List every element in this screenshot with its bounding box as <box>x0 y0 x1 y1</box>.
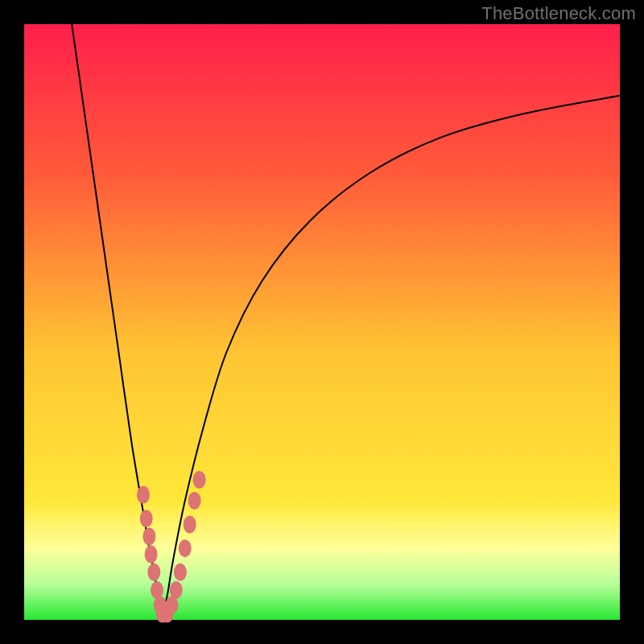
bead-marker <box>147 564 160 581</box>
curve-right-branch <box>161 96 620 620</box>
bead-marker <box>193 471 206 489</box>
plot-area <box>24 24 620 620</box>
bead-marker <box>179 539 192 557</box>
bead-marker <box>142 527 155 545</box>
bead-marker <box>188 492 201 510</box>
bead-marker <box>174 564 187 581</box>
bead-marker <box>151 581 163 599</box>
bead-marker <box>137 486 150 504</box>
bead-marker <box>184 516 196 534</box>
bead-marker <box>140 510 153 527</box>
watermark-label: TheBottleneck.com <box>481 3 636 24</box>
chart-frame: TheBottleneck.com <box>0 0 644 644</box>
bead-marker <box>170 581 183 599</box>
highlight-beads <box>137 471 206 623</box>
curve-layer <box>24 24 620 620</box>
bead-marker <box>145 546 158 564</box>
